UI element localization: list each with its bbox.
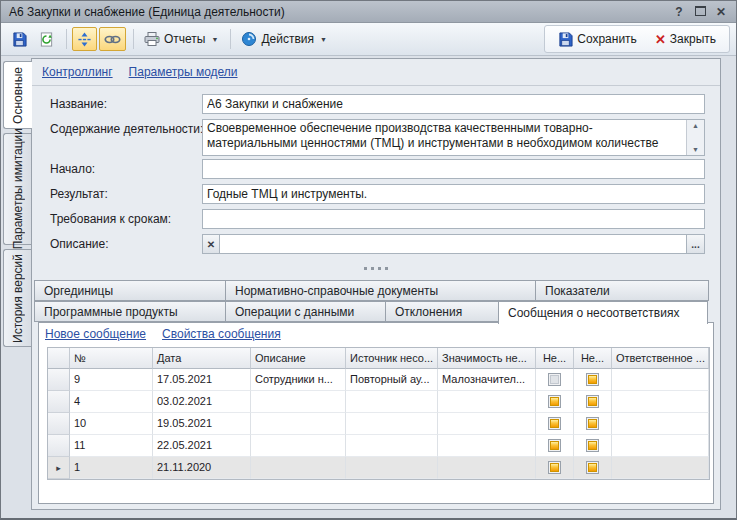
flag1-checkbox[interactable] [548, 373, 561, 386]
flag2-checkbox[interactable] [586, 439, 599, 452]
cell-source [346, 391, 438, 413]
save-button[interactable] [7, 27, 32, 51]
table-row[interactable]: 9 17.05.2021 Сотрудники н... Повторный а… [48, 369, 709, 391]
actions-label: Действия [261, 32, 314, 46]
tab-nonconformity-messages[interactable]: Сообщения о несоответствиях [498, 301, 708, 324]
grid-header-num[interactable]: № [70, 348, 153, 369]
cell-responsible [612, 369, 709, 391]
table-row-selected[interactable]: ▸ 1 21.11.2020 [48, 457, 709, 479]
toolbar-right-group: Сохранить ✕ Закрыть [544, 25, 730, 53]
new-message-link[interactable]: Новое сообщение [45, 327, 146, 341]
tab-software-products[interactable]: Программные продукты [34, 301, 226, 322]
splitter-dot [364, 267, 367, 270]
split-view-button[interactable] [72, 27, 97, 51]
table-row[interactable]: 10 19.05.2021 [48, 413, 709, 435]
deadline-input[interactable] [202, 209, 705, 229]
grid-header-significance[interactable]: Значимость не... [438, 348, 536, 369]
maximize-icon [695, 6, 706, 16]
grid-header-source[interactable]: Источник несо... [346, 348, 438, 369]
tab-indicators[interactable]: Показатели [535, 280, 709, 301]
description-browse-button[interactable]: ... [686, 234, 705, 254]
cell-description [251, 457, 346, 479]
activity-textarea[interactable]: Своевременное обеспечение производства к… [203, 120, 686, 155]
description-label: Описание: [50, 237, 205, 251]
start-label: Начало: [50, 162, 205, 176]
message-properties-link[interactable]: Свойства сообщения [162, 327, 281, 341]
grid-header-date[interactable]: Дата [153, 348, 251, 369]
side-tab-main[interactable]: Основные [3, 61, 32, 129]
description-clear-button[interactable]: ✕ [202, 234, 220, 254]
grid-header-description[interactable]: Описание [251, 348, 346, 369]
chain-link-icon [104, 34, 121, 45]
tab-normative-documents[interactable]: Нормативно-справочные документы [225, 280, 536, 301]
table-row[interactable]: 11 22.05.2021 [48, 435, 709, 457]
controlling-link[interactable]: Контроллинг [42, 65, 113, 79]
refresh-button[interactable] [34, 27, 59, 51]
cell-date: 17.05.2021 [153, 369, 251, 391]
cell-flag2 [574, 457, 612, 479]
scroll-up-icon[interactable]: ▲ [687, 120, 704, 131]
flag1-checkbox[interactable] [548, 461, 561, 474]
name-input[interactable] [202, 94, 705, 114]
tab-data-operations[interactable]: Операции с данными [225, 301, 386, 322]
floppy-save-icon [12, 32, 27, 47]
cell-responsible [612, 435, 709, 457]
description-input[interactable] [219, 234, 687, 254]
link-button[interactable] [99, 27, 126, 51]
cell-num: 4 [70, 391, 153, 413]
table-row[interactable]: 4 03.02.2021 [48, 391, 709, 413]
tab-deviations[interactable]: Отклонения [385, 301, 499, 322]
cell-flag2 [574, 391, 612, 413]
scroll-down-icon[interactable]: ▼ [687, 144, 704, 155]
reports-button[interactable]: Отчеты ▼ [139, 27, 223, 51]
result-input[interactable] [202, 184, 705, 204]
window-title: А6 Закупки и снабжение (Единица деятельн… [9, 5, 672, 19]
cell-source [346, 457, 438, 479]
save-commit-label: Сохранить [577, 32, 637, 46]
panel-splitter[interactable] [32, 264, 720, 272]
flag2-checkbox[interactable] [586, 395, 599, 408]
tab-data-operations-label: Операции с данными [235, 305, 354, 319]
maximize-button[interactable] [693, 5, 707, 19]
cell-source: Повторный ау... [346, 369, 438, 391]
split-arrows-icon [77, 32, 92, 47]
flag2-checkbox[interactable] [586, 417, 599, 430]
cell-significance [438, 457, 536, 479]
cell-num: 9 [70, 369, 153, 391]
toolbar-separator [133, 29, 134, 49]
cell-flag1 [536, 369, 574, 391]
red-close-icon: ✕ [655, 33, 666, 46]
actions-button[interactable]: Действия ▼ [236, 27, 332, 51]
activity-scrollbar[interactable]: ▲ ▼ [686, 120, 704, 155]
dialog-window: А6 Закупки и снабжение (Единица деятельн… [0, 0, 737, 520]
start-input[interactable] [202, 159, 705, 179]
flag2-checkbox[interactable] [586, 461, 599, 474]
grid-header-flag1[interactable]: Не... [536, 348, 574, 369]
cell-num: 10 [70, 413, 153, 435]
tab-orgunits[interactable]: Оргединицы [34, 280, 226, 301]
flag1-checkbox[interactable] [548, 395, 561, 408]
cell-description [251, 435, 346, 457]
model-params-link[interactable]: Параметры модели [129, 65, 238, 79]
toolbar-separator [230, 29, 231, 49]
dropdown-arrow-icon: ▼ [320, 36, 327, 43]
cell-flag2 [574, 435, 612, 457]
grid-header-flag2[interactable]: Не... [574, 348, 612, 369]
flag2-checkbox[interactable] [586, 373, 599, 386]
titlebar[interactable]: А6 Закупки и снабжение (Единица деятельн… [1, 1, 736, 23]
printer-icon [144, 32, 160, 46]
grid-header-responsible[interactable]: Ответственное ... [612, 348, 709, 369]
flag1-checkbox[interactable] [548, 439, 561, 452]
flag1-checkbox[interactable] [548, 417, 561, 430]
save-commit-button[interactable]: Сохранить [553, 27, 642, 51]
close-window-button[interactable]: ✕ [714, 5, 728, 19]
deadline-label: Требования к срокам: [50, 212, 205, 226]
help-button[interactable]: ? [672, 5, 686, 19]
floppy-save-icon [558, 32, 573, 47]
side-tab-version-history[interactable]: История версий [3, 249, 31, 347]
close-dialog-button[interactable]: ✕ Закрыть [650, 27, 721, 51]
toolbar: Отчеты ▼ Действия ▼ Сохранить ✕ Закрыть [1, 23, 736, 56]
activity-field: Своевременное обеспечение производства к… [202, 119, 705, 156]
side-tab-simulation-params[interactable]: Параметры имитации [3, 133, 31, 245]
refresh-icon [39, 32, 54, 47]
